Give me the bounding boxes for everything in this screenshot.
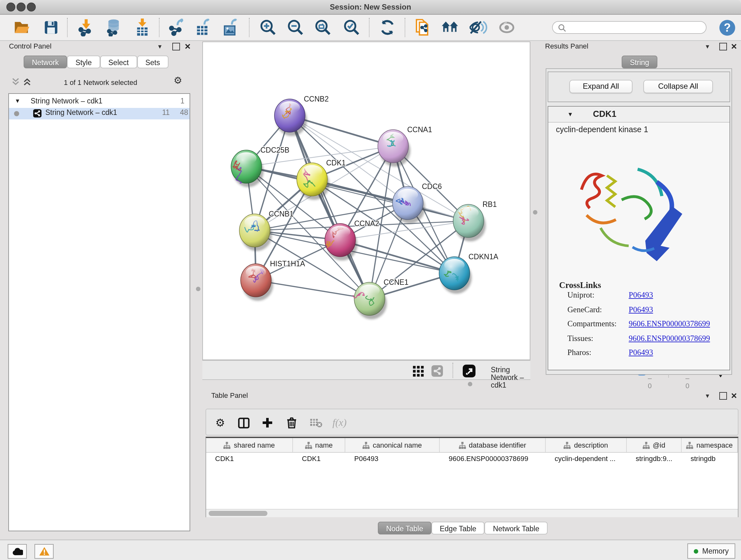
- tab-node-table[interactable]: Node Table: [378, 522, 431, 535]
- tab-edge-table[interactable]: Edge Table: [431, 522, 485, 535]
- network-canvas[interactable]: CCNB2CCNA1CDC25BCDK1CDC6RB1CCNB1CCNA2CDK…: [202, 42, 530, 360]
- table-panel-close-icon[interactable]: ✕: [731, 391, 737, 400]
- collapse-section-icon[interactable]: ▼: [567, 111, 573, 118]
- import-database-icon[interactable]: [102, 17, 125, 38]
- search-input[interactable]: [552, 21, 706, 34]
- import-network-icon[interactable]: [75, 17, 98, 38]
- column-header-namespace[interactable]: namespace: [682, 438, 738, 452]
- table-settings-gear-icon[interactable]: ⚙: [211, 415, 230, 431]
- control-panel-float-icon[interactable]: [172, 43, 180, 51]
- protein-section-header[interactable]: ▼ CDK1: [548, 107, 730, 123]
- column-header-description[interactable]: description: [546, 438, 627, 452]
- open-session-icon[interactable]: [10, 17, 33, 38]
- table-row[interactable]: CDK1CDK1P064939606.ENSP00000378699cyclin…: [206, 453, 738, 464]
- network-node-CCNA1[interactable]: CCNA1: [378, 125, 432, 167]
- table-cell[interactable]: CDK1: [293, 453, 345, 464]
- bottom-splitter-handle[interactable]: [468, 382, 472, 386]
- control-panel-close-icon[interactable]: ✕: [185, 42, 191, 51]
- home-icon[interactable]: [439, 17, 462, 38]
- network-graph[interactable]: CCNB2CCNA1CDC25BCDK1CDC6RB1CCNB1CCNA2CDK…: [203, 42, 530, 360]
- cloud-button[interactable]: [8, 544, 27, 559]
- toolbar-divider: [405, 18, 405, 37]
- network-node-CDKN1A[interactable]: CDKN1A: [439, 253, 498, 294]
- table-cell[interactable]: stringdb: [682, 453, 738, 464]
- network-node-HIST1H1A[interactable]: HIST1H1A: [241, 260, 306, 301]
- network-options-gear-icon[interactable]: ⚙: [174, 75, 182, 86]
- open-doc-network-icon[interactable]: [412, 17, 434, 38]
- results-panel-close-icon[interactable]: ✕: [731, 42, 737, 51]
- network-node-CCNA2[interactable]: CCNA2: [325, 219, 379, 260]
- memory-button[interactable]: Memory: [687, 543, 735, 559]
- network-edge[interactable]: [290, 116, 369, 299]
- crosslink-row: GeneCard: P06493: [548, 305, 730, 319]
- network-node-CCNE1[interactable]: CCNE1: [353, 278, 408, 319]
- hide-panel-icon[interactable]: [467, 17, 489, 38]
- network-edge[interactable]: [312, 179, 468, 221]
- node-label: CCNA2: [354, 219, 379, 228]
- warnings-button[interactable]: [35, 544, 54, 559]
- show-columns-icon[interactable]: [234, 415, 253, 431]
- network-share-view-icon[interactable]: [429, 363, 445, 379]
- open-full-view-icon[interactable]: [461, 363, 477, 379]
- save-session-icon[interactable]: [40, 17, 63, 38]
- network-node-CCNB2[interactable]: CCNB2: [274, 95, 329, 136]
- tab-sets[interactable]: Sets: [137, 56, 168, 68]
- help-icon[interactable]: ?: [716, 17, 738, 38]
- crosslink-value-link[interactable]: P06493: [629, 348, 653, 358]
- column-header-name[interactable]: name: [293, 438, 345, 452]
- crosslink-value-link[interactable]: P06493: [629, 305, 653, 314]
- cloud-icon: [12, 548, 23, 555]
- export-network-icon[interactable]: [165, 17, 188, 38]
- table-toolbar: ⚙ f(x): [205, 409, 738, 435]
- network-node-RB1[interactable]: RB1: [453, 200, 497, 241]
- crosslink-value-link[interactable]: 9606.ENSP00000378699: [629, 319, 710, 329]
- network-node-CCNB1[interactable]: CCNB1: [239, 210, 293, 251]
- grid-view-icon[interactable]: [410, 363, 426, 379]
- zoom-selected-icon[interactable]: [340, 17, 363, 38]
- delete-column-icon[interactable]: [282, 415, 301, 431]
- export-image-icon[interactable]: [219, 17, 242, 38]
- zoom-in-icon[interactable]: [257, 17, 280, 38]
- column-header-canonical-name[interactable]: canonical name: [345, 438, 440, 452]
- left-splitter-handle[interactable]: [196, 287, 200, 291]
- import-table-icon[interactable]: [131, 17, 154, 38]
- export-table-icon[interactable]: [192, 17, 214, 38]
- column-header-database-identifier[interactable]: database identifier: [440, 438, 546, 452]
- results-panel-menu-icon[interactable]: ▼: [704, 44, 711, 50]
- expand-all-button[interactable]: Expand All: [569, 80, 632, 93]
- collapse-all-button[interactable]: Collapse All: [643, 80, 713, 93]
- network-row-selected[interactable]: String Network – cdk1 11 48: [9, 108, 190, 119]
- network-node-CDC25B[interactable]: CDC25B: [231, 146, 289, 187]
- table-cell[interactable]: cyclin-dependent ...: [546, 453, 627, 464]
- column-header-shared-name[interactable]: shared name: [206, 438, 293, 452]
- right-splitter-handle[interactable]: [533, 210, 537, 214]
- table-horizontal-scrollbar[interactable]: [206, 509, 738, 517]
- zoom-out-icon[interactable]: [284, 17, 307, 38]
- show-panel-icon[interactable]: [495, 17, 518, 38]
- network-node-CDC6[interactable]: CDC6: [393, 182, 442, 224]
- tab-style[interactable]: Style: [67, 56, 100, 68]
- table-panel-menu-icon[interactable]: ▼: [704, 393, 711, 399]
- tab-select[interactable]: Select: [100, 56, 137, 68]
- zoom-fit-icon[interactable]: [312, 17, 334, 38]
- table-cell[interactable]: stringdb:9...: [627, 453, 682, 464]
- table-panel-float-icon[interactable]: [719, 392, 727, 400]
- refresh-view-icon[interactable]: [376, 17, 399, 38]
- table-cell[interactable]: P06493: [345, 453, 440, 464]
- tab-network-table[interactable]: Network Table: [485, 522, 548, 535]
- table-cell[interactable]: CDK1: [206, 453, 293, 464]
- network-collection-row[interactable]: ▼ String Network – cdk1 1: [9, 97, 190, 108]
- expand-all-tree-icon[interactable]: [23, 77, 31, 89]
- crosslink-value-link[interactable]: 9606.ENSP00000378699: [629, 334, 710, 343]
- collapse-all-tree-icon[interactable]: [11, 77, 20, 89]
- crosslink-value-link[interactable]: P06493: [629, 291, 653, 300]
- add-column-icon[interactable]: [258, 415, 277, 431]
- tab-network[interactable]: Network: [23, 56, 67, 68]
- table-cell[interactable]: 9606.ENSP00000378699: [440, 453, 546, 464]
- scrollbar-thumb[interactable]: [209, 511, 267, 516]
- control-panel-menu-icon[interactable]: ▼: [157, 44, 163, 50]
- tab-string[interactable]: String: [622, 56, 657, 68]
- results-panel-float-icon[interactable]: [719, 43, 727, 51]
- collection-expand-icon[interactable]: ▼: [15, 98, 20, 104]
- column-header--id[interactable]: @id: [627, 438, 682, 452]
